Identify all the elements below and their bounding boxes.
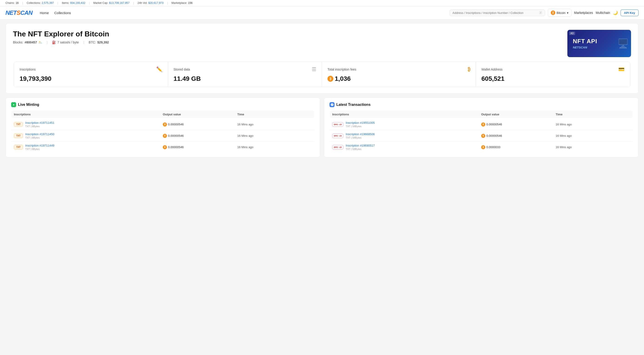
stat-label-0: Inscriptions: [20, 68, 36, 71]
inscription-meta-0: TXT | 58Bytes: [346, 125, 375, 128]
inscription-info-2: Inscription #19711449 TXT | 8Bytes: [25, 144, 54, 150]
blocks-value: #800457: [24, 41, 37, 44]
gas-value: 7 satoshi / byte: [57, 41, 79, 44]
col-header: Inscriptions: [14, 113, 163, 116]
ad-label: AD: [569, 32, 575, 35]
chains-label: Chains:: [6, 1, 15, 5]
items-value: 934,193,432: [70, 1, 85, 5]
topbar-marketcap: Market Cap: $13,709,167,857: [93, 1, 130, 5]
inscription-link-2[interactable]: Inscription #19711449: [25, 144, 54, 147]
live-minting-indicator: ●: [11, 102, 16, 107]
latest-transactions-section: 🕐 Latest Transactions InscriptionsOutput…: [324, 97, 638, 157]
bitcoin-icon: ₿: [551, 11, 555, 15]
stat-label-1: Stored data: [174, 68, 190, 71]
inscription-cell-1: TXT Inscription #19711450 TXT | 8Bytes: [14, 132, 163, 139]
logo[interactable]: NETSCAN: [6, 9, 32, 16]
live-minting-header: ● Live Minting: [11, 102, 314, 107]
inscription-link-2[interactable]: Inscription #19690517: [346, 144, 375, 147]
nav-home[interactable]: Home: [40, 11, 49, 15]
live-minting-section: ● Live Minting InscriptionsOutput valueT…: [6, 97, 320, 157]
output-btc-icon-1: ₿: [163, 134, 167, 138]
nav-collections[interactable]: Collections: [54, 11, 71, 15]
output-value-1: 0.00000546: [486, 134, 502, 137]
inscription-meta-2: TXT | 8Bytes: [25, 148, 54, 150]
blocks-info: Blocks: #800457 🌥️: [13, 41, 42, 44]
inscription-link-1[interactable]: Inscription #19668506: [346, 132, 375, 136]
stat-label-3: Wallet Address: [482, 68, 502, 71]
stat-value-1: 11.49 GB: [174, 75, 316, 82]
stat-number-1: 11.49 GB: [174, 75, 201, 82]
btc-price-info: BTC: $29,392: [89, 41, 109, 44]
btc-price-value: $29,392: [97, 41, 109, 44]
stat-value-3: 605,521: [482, 75, 624, 82]
live-minting-rows: TXT Inscription #19711451 TXT | 8Bytes ₿…: [11, 119, 314, 153]
output-value-0: 0.00000546: [168, 123, 184, 126]
inscription-badge-2: TXT: [14, 145, 23, 150]
multichain-button[interactable]: Multichain: [596, 11, 610, 15]
output-btc-icon-0: ₿: [481, 122, 485, 127]
btc-label: BTC:: [89, 41, 96, 44]
items-label: Items:: [62, 1, 69, 5]
table-row: TXT Inscription #19711450 TXT | 8Bytes ₿…: [11, 130, 314, 142]
stat-value-0: 19,793,390: [20, 75, 162, 82]
output-cell-0: ₿ 0.00000546: [163, 122, 238, 127]
latest-transactions-header: 🕐 Latest Transactions: [330, 102, 633, 107]
inscription-meta-2: TXT | 58Bytes: [346, 148, 375, 150]
output-value-0: 0.00000546: [486, 123, 502, 126]
theme-toggle-icon[interactable]: 🌙: [613, 10, 618, 15]
hero-sub: Blocks: #800457 🌥️ | ⛽ 7 satoshi / byte …: [13, 41, 109, 44]
topbar: Chains: 16 | Collections: 2,575,397 | It…: [0, 0, 644, 6]
col-header: Output value: [481, 113, 556, 116]
cloud-icon: 🌥️: [38, 41, 42, 44]
inscription-meta-1: TXT | 58Bytes: [346, 136, 375, 139]
nav-right: / ₿ Bitcoin ▾ Marketplaces Multichain 🌙 …: [450, 9, 638, 17]
search-slash-icon: /: [539, 11, 542, 14]
stat-icon-1: ☰: [312, 67, 316, 72]
api-key-button[interactable]: API Key: [620, 10, 638, 16]
inscription-info-1: Inscription #19668506 TXT | 58Bytes: [346, 132, 375, 139]
stat-btc-icon: ₿: [328, 76, 333, 82]
latest-transactions-table-header: InscriptionsOutput valueTime: [330, 111, 633, 118]
chain-selector[interactable]: ₿ Bitcoin ▾: [548, 9, 572, 17]
latest-transactions-rows: BRC -20 Inscription #19551005 TXT | 58By…: [330, 119, 633, 153]
output-btc-icon-2: ₿: [163, 145, 167, 149]
hero-ad[interactable]: AD NFT API NETSCAN 🖥️: [567, 30, 631, 57]
table-row: TXT Inscription #19711449 TXT | 8Bytes ₿…: [11, 142, 314, 153]
stat-card-3: Wallet Address 💳 605,521: [476, 62, 630, 87]
time-cell-2: 16 Mins ago: [556, 145, 630, 149]
table-row: BRC -20 Inscription #19690517 TXT | 58By…: [330, 142, 633, 153]
stat-icon-3: 💳: [618, 67, 624, 72]
collections-value: 2,575,397: [42, 1, 54, 5]
output-btc-icon-2: ₿: [481, 145, 485, 149]
inscription-cell-2: TXT Inscription #19711449 TXT | 8Bytes: [14, 144, 163, 150]
stat-value-2: ₿ 1,036: [328, 75, 470, 82]
table-row: BRC -20 Inscription #19551005 TXT | 58By…: [330, 119, 633, 130]
hero-section: The NFT Explorer of Bitcoin Blocks: #800…: [6, 23, 638, 94]
stat-number-3: 605,521: [482, 75, 504, 82]
chain-label: Bitcoin: [557, 11, 566, 15]
inscription-link-0[interactable]: Inscription #19551005: [346, 121, 375, 125]
topbar-items: Items: 934,193,432: [62, 1, 85, 5]
inscription-cell-2: BRC -20 Inscription #19690517 TXT | 58By…: [332, 144, 481, 150]
output-value-2: 0.00000546: [168, 145, 184, 149]
collections-label: Collections:: [26, 1, 41, 5]
chevron-down-icon: ▾: [567, 11, 568, 15]
search-box[interactable]: /: [450, 10, 545, 16]
search-input[interactable]: [452, 11, 539, 15]
stat-icon-2: ₿: [468, 67, 470, 72]
content-row: ● Live Minting InscriptionsOutput valueT…: [6, 97, 638, 157]
gas-info: ⛽ 7 satoshi / byte: [52, 41, 79, 44]
col-header: Inscriptions: [332, 113, 481, 116]
col-header: Output value: [163, 113, 238, 116]
nav-links: Home Collections: [40, 11, 71, 15]
marketcap-label: Market Cap:: [93, 1, 108, 5]
inscription-link-1[interactable]: Inscription #19711450: [25, 132, 54, 136]
topbar-collections: Collections: 2,575,397: [26, 1, 54, 5]
inscription-link-0[interactable]: Inscription #19711451: [25, 121, 54, 125]
inscription-info-0: Inscription #19551005 TXT | 58Bytes: [346, 121, 375, 128]
inscription-cell-0: BRC -20 Inscription #19551005 TXT | 58By…: [332, 121, 481, 128]
logo-text: NETSCAN: [6, 9, 32, 16]
marketplaces-button[interactable]: Marketplaces: [574, 11, 593, 15]
stat-card-0: Inscriptions ✏️ 19,793,390: [14, 62, 168, 87]
output-value-1: 0.00000546: [168, 134, 184, 137]
